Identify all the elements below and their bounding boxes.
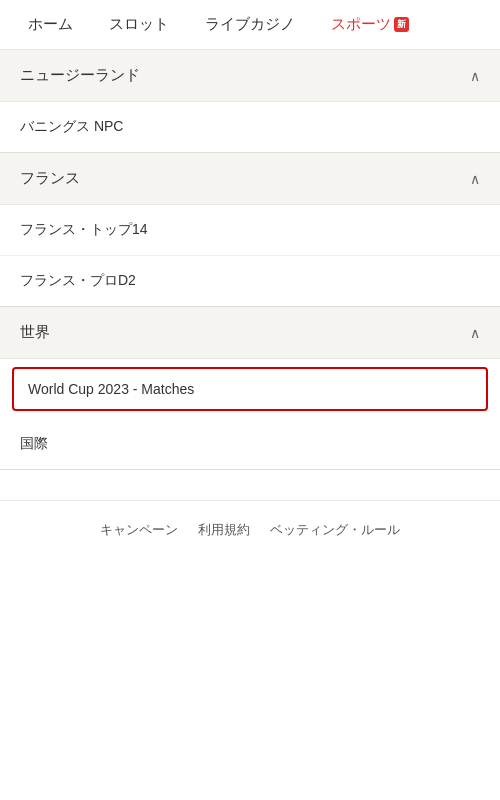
nav-item-home[interactable]: ホーム <box>10 0 91 49</box>
chevron-up-icon: ∧ <box>470 325 480 341</box>
footer-link-betting-rules[interactable]: ベッティング・ルール <box>270 521 400 539</box>
nav-item-live-casino[interactable]: ライブカジノ <box>187 0 313 49</box>
chevron-up-icon: ∧ <box>470 171 480 187</box>
section-header-world[interactable]: 世界∧ <box>0 307 500 359</box>
section-title-world: 世界 <box>20 323 50 342</box>
section-header-france[interactable]: フランス∧ <box>0 153 500 205</box>
menu-item-international[interactable]: 国際 <box>0 419 500 469</box>
section-items-france: フランス・トップ14フランス・プロD2 <box>0 205 500 306</box>
highlighted-item-wrapper: World Cup 2023 - Matches <box>0 359 500 419</box>
menu-item-france-top14[interactable]: フランス・トップ14 <box>0 205 500 256</box>
nav-badge-sports: 新 <box>394 17 409 32</box>
section-world: 世界∧World Cup 2023 - Matches国際 <box>0 307 500 470</box>
footer-link-terms[interactable]: 利用規約 <box>198 521 250 539</box>
page-footer: キャンペーン利用規約ベッティング・ルール <box>0 500 500 559</box>
main-content: ニュージーランド∧バニングス NPCフランス∧フランス・トップ14フランス・プロ… <box>0 50 500 470</box>
chevron-up-icon: ∧ <box>470 68 480 84</box>
section-items-new-zealand: バニングス NPC <box>0 102 500 152</box>
menu-item-banings-npc[interactable]: バニングス NPC <box>0 102 500 152</box>
section-france: フランス∧フランス・トップ14フランス・プロD2 <box>0 153 500 307</box>
menu-item-world-cup-2023[interactable]: World Cup 2023 - Matches <box>12 367 488 411</box>
section-title-new-zealand: ニュージーランド <box>20 66 140 85</box>
section-header-new-zealand[interactable]: ニュージーランド∧ <box>0 50 500 102</box>
section-items-world: World Cup 2023 - Matches国際 <box>0 359 500 469</box>
top-navigation: ホームスロットライブカジノスポーツ新 <box>0 0 500 50</box>
nav-item-slots[interactable]: スロット <box>91 0 187 49</box>
section-new-zealand: ニュージーランド∧バニングス NPC <box>0 50 500 153</box>
menu-item-france-pro-d2[interactable]: フランス・プロD2 <box>0 256 500 306</box>
section-title-france: フランス <box>20 169 80 188</box>
footer-link-campaign[interactable]: キャンペーン <box>100 521 178 539</box>
nav-item-sports[interactable]: スポーツ新 <box>313 0 427 49</box>
